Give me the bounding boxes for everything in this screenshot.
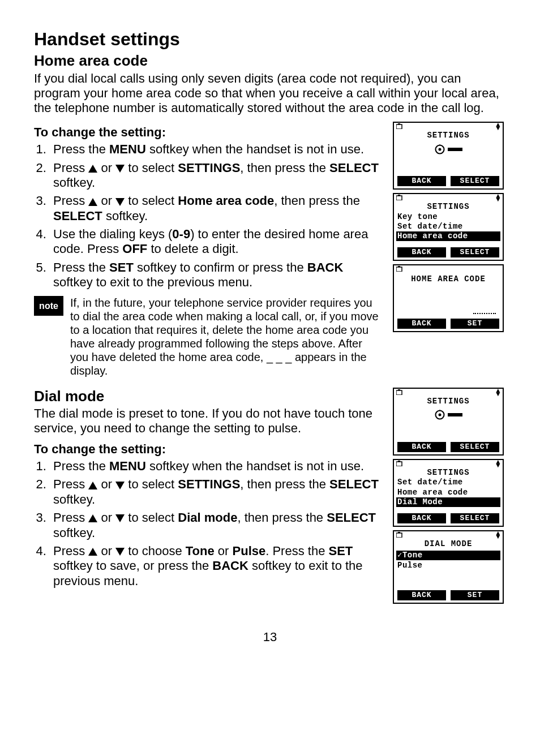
svg-rect-6 — [396, 267, 402, 272]
battery-icon — [396, 461, 403, 468]
battery-icon — [396, 266, 403, 273]
lcd-screen-home-area-code: HOME AREA CODE BACK SET — [393, 264, 504, 332]
lcd-screen-settings-icon: ▲▼ SETTINGS BACK SELECT — [393, 122, 504, 190]
softkey-select: SELECT — [451, 442, 499, 452]
lcd-line: Key tone — [394, 212, 503, 222]
text: or — [97, 477, 115, 491]
lcd-line: Home area code — [394, 488, 503, 497]
keyword: Pulse — [233, 544, 266, 558]
text: , then press the — [237, 510, 327, 525]
text: Press the — [53, 142, 109, 156]
keyword: SELECT — [53, 209, 102, 223]
softkey-select: SELECT — [451, 247, 499, 257]
svg-rect-12 — [396, 462, 402, 466]
lcd-screen-settings-list: ▲▼ SETTINGS Key tone Set date/time Home … — [393, 193, 504, 261]
keyword: SETTINGS — [178, 477, 240, 491]
keyword: BACK — [212, 559, 248, 573]
section1-steps: Press the MENU softkey when the handset … — [34, 142, 383, 290]
softkey-set: SET — [451, 319, 499, 329]
text: softkey to exit to the previous menu. — [53, 275, 252, 289]
lcd-line: Set date/time — [394, 478, 503, 487]
lcd-screen-dial-mode: ▲▼ DIAL MODE ✓Tone Pulse BACK SET — [393, 530, 504, 604]
svg-rect-8 — [396, 390, 402, 395]
svg-rect-5 — [398, 195, 400, 196]
up-arrow-icon — [88, 165, 97, 173]
text: to select — [125, 510, 178, 525]
text: softkey. — [53, 175, 95, 190]
updown-icon: ▲▼ — [496, 532, 500, 539]
text: Press — [53, 161, 88, 175]
lcd-title: SETTINGS — [394, 468, 503, 478]
keyword: OFF — [122, 242, 147, 256]
lcd-title: SETTINGS — [394, 397, 503, 406]
note-badge: note — [34, 296, 63, 316]
svg-rect-4 — [396, 196, 402, 200]
lcd-title: SETTINGS — [394, 131, 503, 140]
updown-icon: ▲▼ — [496, 389, 500, 397]
text: Press — [53, 194, 88, 208]
text: softkey. — [53, 492, 95, 506]
up-arrow-icon — [88, 482, 97, 489]
softkey-back: BACK — [397, 319, 446, 329]
bar-icon — [448, 148, 462, 151]
list-item: Press or to select SETTINGS, then press … — [50, 477, 383, 507]
keyword: Home area code — [178, 194, 274, 208]
gear-icon — [434, 144, 445, 155]
list-item: Press or to choose Tone or Pulse. Press … — [50, 544, 383, 589]
section2-steps: Press the MENU softkey when the handset … — [34, 459, 383, 589]
text: or — [97, 194, 115, 208]
lcd-screen-settings-icon-2: ▲▼ SETTINGS BACK SELECT — [393, 388, 504, 456]
lcd-line-highlighted: ✓Tone — [396, 551, 500, 560]
text: to select — [125, 194, 178, 208]
section1-intro: If you dial local calls using only seven… — [34, 71, 506, 116]
list-item: Press the MENU softkey when the handset … — [50, 459, 383, 474]
list-item: Press or to select Dial mode, then press… — [50, 510, 383, 540]
list-item: Press the SET softkey to confirm or pres… — [50, 260, 383, 290]
svg-rect-7 — [398, 266, 400, 267]
text: , then press the — [240, 161, 329, 175]
section1-sub: To change the setting: — [34, 125, 383, 140]
text: Press the — [53, 459, 109, 473]
text: Press — [53, 477, 88, 491]
lcd-line: Pulse — [394, 561, 503, 570]
up-arrow-icon — [88, 514, 97, 522]
text: or — [215, 544, 233, 558]
svg-rect-13 — [398, 461, 400, 462]
text: Press — [53, 544, 88, 558]
lcd-title: HOME AREA CODE — [394, 274, 503, 284]
section2-heading: Dial mode — [34, 388, 383, 405]
section2-intro: The dial mode is preset to tone. If you … — [34, 406, 383, 436]
battery-icon — [396, 123, 403, 131]
lcd-screen-settings-list-2: ▲▼ SETTINGS Set date/time Home area code… — [393, 459, 504, 527]
page-title: Handset settings — [34, 28, 506, 50]
up-arrow-icon — [88, 198, 97, 206]
entry-underline — [473, 312, 496, 314]
down-arrow-icon — [115, 165, 125, 173]
keyword: SELECT — [329, 477, 379, 491]
list-item: Press the MENU softkey when the handset … — [50, 142, 383, 157]
text: softkey. — [53, 526, 95, 540]
battery-icon — [396, 389, 403, 397]
svg-point-3 — [439, 148, 442, 151]
bar-icon — [448, 413, 462, 416]
up-arrow-icon — [88, 548, 97, 556]
svg-rect-15 — [398, 532, 400, 533]
svg-rect-1 — [398, 123, 400, 124]
lcd-line-highlighted: Home area code — [396, 231, 500, 241]
keyword: SELECT — [327, 510, 376, 525]
down-arrow-icon — [115, 514, 125, 522]
text: to choose — [125, 544, 186, 558]
lcd-title: SETTINGS — [394, 202, 503, 212]
list-item: Press or to select Home area code, then … — [50, 194, 383, 224]
keyword: MENU — [109, 459, 146, 473]
down-arrow-icon — [115, 198, 125, 206]
softkey-back: BACK — [397, 590, 446, 600]
section2-sub: To change the setting: — [34, 442, 383, 457]
softkey-select: SELECT — [451, 513, 499, 523]
svg-rect-9 — [398, 389, 400, 390]
svg-point-11 — [439, 414, 442, 416]
keyword: SET — [109, 260, 134, 274]
updown-icon: ▲▼ — [496, 461, 500, 468]
keyword: Dial mode — [178, 510, 237, 525]
battery-icon — [396, 195, 403, 202]
